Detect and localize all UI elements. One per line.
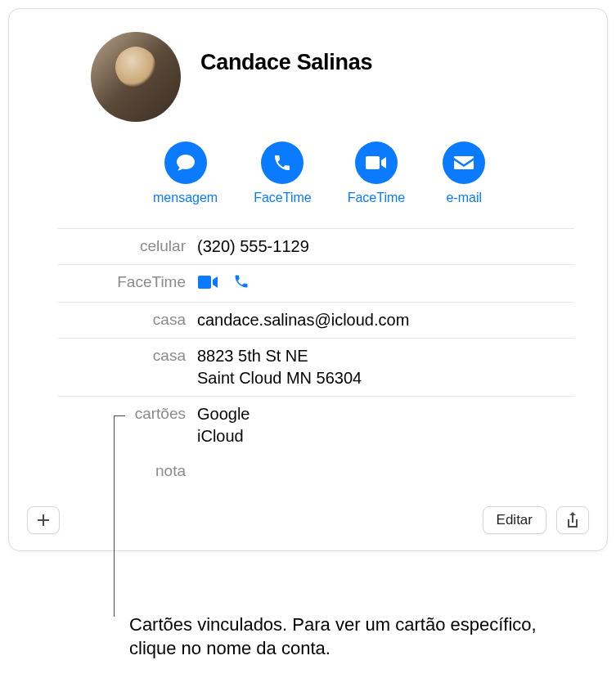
mobile-label: celular — [58, 236, 197, 255]
home-email-value: candace.salinas@icloud.com — [197, 309, 409, 331]
cards-value: Google iCloud — [197, 403, 250, 447]
video-icon — [355, 141, 398, 184]
email-button[interactable]: e-mail — [441, 141, 487, 205]
field-facetime[interactable]: FaceTime — [58, 264, 574, 302]
add-button[interactable] — [27, 506, 60, 534]
plus-icon — [37, 514, 50, 527]
contact-name: Candace Salinas — [200, 50, 372, 75]
fields-list: celular (320) 555-1129 FaceTime casa can… — [9, 228, 607, 487]
toolbar: Editar — [9, 487, 607, 537]
field-cards: cartões Google iCloud — [58, 396, 574, 454]
contact-header: Candace Salinas — [9, 9, 607, 122]
cards-label: cartões — [58, 403, 197, 423]
home-address-label: casa — [58, 345, 197, 365]
callout-text: Cartões vinculados. Para ver um cartão e… — [129, 613, 587, 660]
message-button[interactable]: mensagem — [153, 141, 218, 205]
action-row: mensagem FaceTime FaceTime e-mail — [9, 122, 607, 228]
phone-icon — [261, 141, 304, 184]
field-mobile[interactable]: celular (320) 555-1129 — [58, 228, 574, 264]
field-home-address[interactable]: casa 8823 5th St NE Saint Cloud MN 56304 — [58, 338, 574, 396]
field-home-email[interactable]: casa candace.salinas@icloud.com — [58, 302, 574, 338]
toolbar-right: Editar — [483, 506, 589, 534]
facetime-video-label: FaceTime — [348, 191, 406, 205]
address-line2: Saint Cloud MN 56304 — [197, 367, 362, 389]
contact-card-window: Candace Salinas mensagem FaceTime FaceTi… — [8, 8, 608, 551]
share-button[interactable] — [556, 506, 589, 534]
message-label: mensagem — [153, 191, 218, 205]
facetime-value — [197, 272, 250, 295]
note-label: nota — [58, 460, 197, 480]
mobile-value: (320) 555-1129 — [197, 236, 309, 258]
card-link-icloud[interactable]: iCloud — [197, 425, 250, 447]
share-icon — [566, 512, 579, 528]
facetime-audio-small-icon[interactable] — [233, 273, 250, 295]
facetime-video-small-icon[interactable] — [197, 273, 218, 295]
email-label: e-mail — [446, 191, 482, 205]
facetime-label: FaceTime — [58, 272, 197, 291]
facetime-audio-label: FaceTime — [254, 191, 312, 205]
callout-line — [114, 415, 115, 617]
avatar[interactable] — [91, 32, 181, 122]
edit-button[interactable]: Editar — [483, 506, 546, 534]
field-note[interactable]: nota — [58, 454, 574, 487]
address-line1: 8823 5th St NE — [197, 345, 362, 367]
facetime-audio-button[interactable]: FaceTime — [254, 141, 312, 205]
message-icon — [164, 141, 207, 184]
facetime-video-button[interactable]: FaceTime — [348, 141, 406, 205]
home-email-label: casa — [58, 309, 197, 329]
envelope-icon — [443, 141, 485, 184]
card-link-google[interactable]: Google — [197, 403, 250, 425]
callout-tick — [114, 415, 125, 416]
home-address-value: 8823 5th St NE Saint Cloud MN 56304 — [197, 345, 362, 389]
